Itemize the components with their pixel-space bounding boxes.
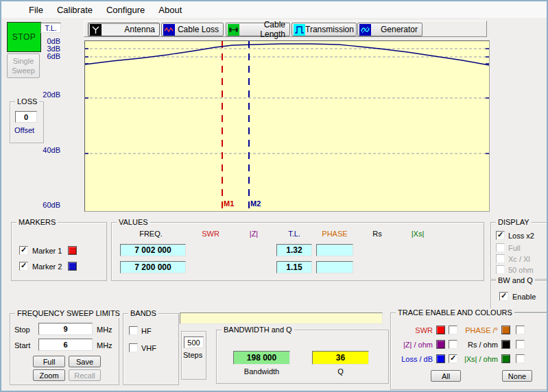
values-group: VALUES FREQ. SWR |Z| T.L. PHASE Rs |Xs| … xyxy=(111,222,484,281)
trace-rs-checkbox[interactable] xyxy=(516,340,525,349)
generator-button-label: Generator xyxy=(371,25,418,34)
single-sweep-button: Single Sweep xyxy=(7,53,40,78)
stop-freq-input[interactable]: 9 xyxy=(38,323,93,335)
q-value: 36 xyxy=(312,351,369,365)
sweep-chart-canvas xyxy=(85,41,489,211)
bandwidth-q-title: BANDWIDTH and Q xyxy=(222,326,294,334)
display-group: DISPLAY Loss x2 Full Xc / Xl 50 ohm xyxy=(490,222,548,280)
marker2-freq-value: 7 200 000 xyxy=(120,261,186,273)
scale-60db: 60dB xyxy=(38,201,60,209)
trace-swr-swatch[interactable] xyxy=(436,326,445,334)
full-display-label: Full xyxy=(508,244,521,253)
trace-loss-swatch[interactable] xyxy=(436,354,445,363)
cable-length-mode-button[interactable]: Cable Length xyxy=(226,23,290,36)
fifty-ohm-checkbox xyxy=(496,265,505,274)
trace-z-swatch[interactable] xyxy=(436,340,445,349)
cable-length-button-label: Cable Length xyxy=(239,20,285,39)
bwq-enable-checkbox[interactable] xyxy=(499,292,508,301)
loss-offset-label: Offset xyxy=(14,126,34,135)
bandwidth-label: Bandwidth xyxy=(217,367,307,376)
trace-rs-swatch[interactable] xyxy=(501,340,510,349)
marker2-phase-value xyxy=(316,261,353,273)
bwq-enable-label: Enable xyxy=(512,293,536,302)
header-z: |Z| xyxy=(232,230,276,238)
recall-sweep-button: Recall xyxy=(69,369,101,381)
trace-group-title: TRACE ENABLE AND COLOURS xyxy=(396,308,514,317)
steps-input[interactable]: 500 xyxy=(184,336,204,348)
bandwidth-q-group: BANDWIDTH and Q 198 000 Bandwidth 36 Q xyxy=(216,330,389,384)
antenna-button-label: Antenna xyxy=(102,25,155,34)
loss-group-title: LOSS xyxy=(15,97,39,106)
cable-loss-mode-button[interactable]: Cable Loss xyxy=(161,23,224,36)
loss-x2-label: Loss x2 xyxy=(508,232,534,241)
menu-file[interactable]: File xyxy=(22,3,50,17)
hf-band-label: HF xyxy=(141,327,152,336)
header-freq: FREQ. xyxy=(129,230,173,238)
stop-button[interactable]: STOP xyxy=(7,22,41,52)
header-phase: PHASE xyxy=(313,230,357,238)
hf-band-checkbox[interactable] xyxy=(129,326,138,335)
trace-all-button[interactable]: All xyxy=(431,370,461,382)
trace-z-label: |Z| / ohm xyxy=(394,341,433,350)
vhf-band-checkbox[interactable] xyxy=(129,343,138,352)
scale-20db: 20dB xyxy=(38,90,60,99)
save-sweep-button[interactable]: Save xyxy=(69,356,101,367)
cable-loss-button-label: Cable Loss xyxy=(175,25,219,34)
q-label: Q xyxy=(296,367,385,376)
menu-configure[interactable]: Configure xyxy=(99,3,152,17)
start-freq-input[interactable]: 6 xyxy=(38,339,93,351)
antenna-icon xyxy=(90,24,102,36)
sweep-chart[interactable]: M1 M2 xyxy=(84,40,490,212)
trace-xs-label: |Xs| / ohm xyxy=(459,355,498,364)
trace-xs-checkbox[interactable] xyxy=(516,354,525,363)
start-unit-label: MHz xyxy=(97,341,112,350)
values-group-title: VALUES xyxy=(117,218,150,227)
bwq-group-title: BW and Q xyxy=(496,276,535,285)
marker1-freq-value: 7 002 000 xyxy=(120,244,186,256)
trace-none-button[interactable]: None xyxy=(502,370,532,382)
cable-length-icon xyxy=(228,24,239,36)
trace-z-checkbox[interactable] xyxy=(449,340,457,349)
markers-group-title: MARKERS xyxy=(16,218,58,227)
header-rs: Rs xyxy=(355,230,399,238)
full-sweep-button[interactable]: Full xyxy=(33,356,65,367)
trace-swr-checkbox[interactable] xyxy=(449,326,457,334)
tl-scale-label: T.L. xyxy=(40,23,61,33)
steps-panel: 500 Steps xyxy=(181,331,206,380)
stop-label: Stop xyxy=(14,326,30,334)
bands-group-title: BANDS xyxy=(128,309,158,318)
trace-xs-swatch[interactable] xyxy=(501,354,510,363)
mode-toolbar: Antenna Cable Loss Cable Length Transmis… xyxy=(84,21,487,37)
header-swr: SWR xyxy=(189,230,233,238)
display-group-title: DISPLAY xyxy=(496,218,532,227)
trace-loss-checkbox[interactable] xyxy=(449,354,457,363)
zoom-sweep-button[interactable]: Zoom xyxy=(33,369,65,381)
full-display-checkbox xyxy=(496,243,505,252)
trace-phase-checkbox[interactable] xyxy=(516,326,525,334)
trace-phase-swatch[interactable] xyxy=(501,326,510,334)
marker1-checkbox[interactable] xyxy=(19,246,28,255)
marker1-color-swatch[interactable] xyxy=(68,246,77,255)
start-label: Start xyxy=(14,341,30,350)
antenna-mode-button[interactable]: Antenna xyxy=(88,23,160,36)
stop-unit-label: MHz xyxy=(97,326,112,334)
generator-mode-button[interactable]: Generator xyxy=(357,23,422,36)
steps-label: Steps xyxy=(183,351,202,360)
sweep-limits-title: FREQUENCY SWEEP LIMITS xyxy=(15,309,122,318)
marker2-checkbox[interactable] xyxy=(19,262,28,271)
marker2-color-swatch[interactable] xyxy=(68,262,77,271)
trace-rs-label: Rs / ohm xyxy=(459,341,498,350)
transmission-mode-button[interactable]: Transmission xyxy=(291,23,357,36)
menu-calibrate[interactable]: Calibrate xyxy=(50,3,99,17)
marker2-label: Marker 2 xyxy=(32,262,62,271)
marker2-tl-value: 1.15 xyxy=(276,261,312,273)
generator-icon xyxy=(359,24,371,36)
loss-offset-input[interactable]: 0 xyxy=(15,111,37,123)
loss-x2-checkbox[interactable] xyxy=(496,231,505,240)
marker1-chart-label: M1 xyxy=(224,199,234,208)
marker1-label: Marker 1 xyxy=(32,247,62,256)
fifty-ohm-label: 50 ohm xyxy=(508,266,534,275)
marker2-chart-label: M2 xyxy=(250,199,261,208)
menu-about[interactable]: About xyxy=(152,3,189,17)
bwq-group: BW and Q Enable xyxy=(490,280,548,313)
